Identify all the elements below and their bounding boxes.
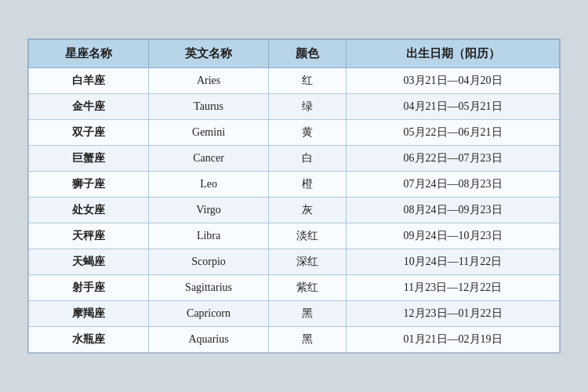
- cell-english-name: Aquarius: [149, 327, 269, 353]
- table-row: 金牛座Taurus绿04月21日—05月21日: [29, 94, 560, 120]
- table-row: 射手座Sagittarius紫红11月23日—12月22日: [29, 275, 560, 301]
- cell-english-name: Gemini: [149, 120, 269, 146]
- cell-dates: 10月24日—11月22日: [347, 249, 560, 275]
- cell-dates: 09月24日—10月23日: [347, 223, 560, 249]
- header-color: 颜色: [269, 40, 347, 68]
- cell-dates: 08月24日—09月23日: [347, 198, 560, 223]
- cell-english-name: Scorpio: [149, 249, 269, 275]
- cell-english-name: Libra: [149, 223, 269, 249]
- table-row: 白羊座Aries红03月21日—04月20日: [29, 68, 560, 94]
- cell-chinese-name: 天蝎座: [29, 249, 149, 275]
- cell-chinese-name: 金牛座: [29, 94, 149, 120]
- cell-dates: 11月23日—12月22日: [347, 275, 560, 301]
- table-row: 天蝎座Scorpio深红10月24日—11月22日: [29, 249, 560, 275]
- cell-color: 黑: [269, 327, 347, 353]
- cell-dates: 07月24日—08月23日: [347, 172, 560, 198]
- cell-dates: 12月23日—01月22日: [347, 301, 560, 327]
- table-row: 处女座Virgo灰08月24日—09月23日: [29, 198, 560, 223]
- cell-chinese-name: 水瓶座: [29, 327, 149, 353]
- zodiac-table: 星座名称 英文名称 颜色 出生日期（阳历） 白羊座Aries红03月21日—04…: [28, 39, 560, 353]
- cell-color: 淡红: [269, 223, 347, 249]
- table-row: 双子座Gemini黄05月22日—06月21日: [29, 120, 560, 146]
- cell-chinese-name: 双子座: [29, 120, 149, 146]
- cell-color: 黑: [269, 301, 347, 327]
- cell-chinese-name: 狮子座: [29, 172, 149, 198]
- cell-dates: 05月22日—06月21日: [347, 120, 560, 146]
- cell-color: 橙: [269, 172, 347, 198]
- header-dates: 出生日期（阳历）: [347, 40, 560, 68]
- cell-english-name: Taurus: [149, 94, 269, 120]
- table-row: 摩羯座Capricorn黑12月23日—01月22日: [29, 301, 560, 327]
- cell-english-name: Cancer: [149, 146, 269, 172]
- cell-color: 白: [269, 146, 347, 172]
- cell-dates: 06月22日—07月23日: [347, 146, 560, 172]
- cell-color: 紫红: [269, 275, 347, 301]
- cell-english-name: Sagittarius: [149, 275, 269, 301]
- cell-dates: 04月21日—05月21日: [347, 94, 560, 120]
- cell-chinese-name: 白羊座: [29, 68, 149, 94]
- header-english-name: 英文名称: [149, 40, 269, 68]
- cell-chinese-name: 摩羯座: [29, 301, 149, 327]
- cell-color: 红: [269, 68, 347, 94]
- cell-chinese-name: 处女座: [29, 198, 149, 223]
- cell-color: 深红: [269, 249, 347, 275]
- table-row: 狮子座Leo橙07月24日—08月23日: [29, 172, 560, 198]
- cell-english-name: Leo: [149, 172, 269, 198]
- header-chinese-name: 星座名称: [29, 40, 149, 68]
- cell-color: 绿: [269, 94, 347, 120]
- zodiac-table-container: 星座名称 英文名称 颜色 出生日期（阳历） 白羊座Aries红03月21日—04…: [27, 38, 561, 354]
- cell-color: 灰: [269, 198, 347, 223]
- cell-dates: 01月21日—02月19日: [347, 327, 560, 353]
- table-row: 天秤座Libra淡红09月24日—10月23日: [29, 223, 560, 249]
- cell-chinese-name: 射手座: [29, 275, 149, 301]
- cell-chinese-name: 巨蟹座: [29, 146, 149, 172]
- cell-color: 黄: [269, 120, 347, 146]
- cell-english-name: Capricorn: [149, 301, 269, 327]
- table-header-row: 星座名称 英文名称 颜色 出生日期（阳历）: [29, 40, 560, 68]
- cell-chinese-name: 天秤座: [29, 223, 149, 249]
- cell-dates: 03月21日—04月20日: [347, 68, 560, 94]
- cell-english-name: Virgo: [149, 198, 269, 223]
- table-row: 水瓶座Aquarius黑01月21日—02月19日: [29, 327, 560, 353]
- table-row: 巨蟹座Cancer白06月22日—07月23日: [29, 146, 560, 172]
- table-body: 白羊座Aries红03月21日—04月20日金牛座Taurus绿04月21日—0…: [29, 68, 560, 353]
- cell-english-name: Aries: [149, 68, 269, 94]
